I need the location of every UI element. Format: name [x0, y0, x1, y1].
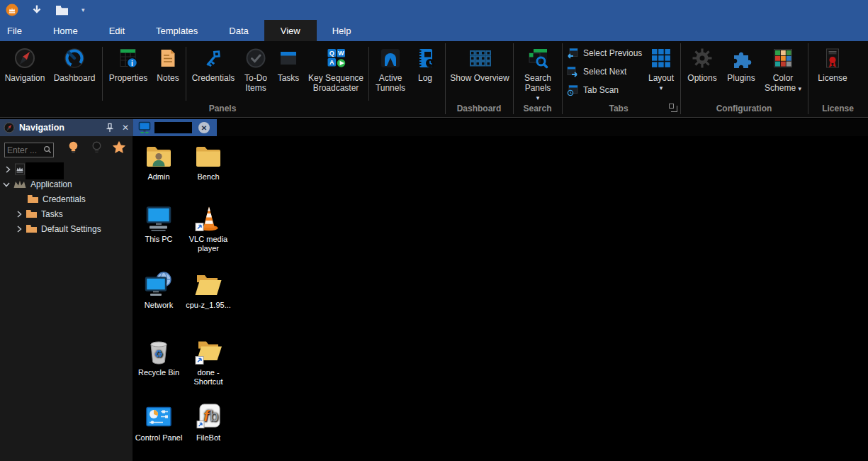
- layout-grid-icon: [650, 47, 672, 70]
- group-label-panels: Panels: [0, 104, 445, 115]
- desktop-icon-bench[interactable]: Bench: [183, 142, 234, 182]
- search-input[interactable]: [7, 143, 43, 157]
- desktop-icon-admin[interactable]: Admin: [133, 142, 184, 182]
- ribbon-separator: [368, 47, 369, 101]
- titlebar: ▾: [0, 0, 868, 20]
- navigation-tree: Application Credentials Tasks: [0, 162, 133, 236]
- desktop-icon-label: FileBot: [196, 433, 220, 443]
- chevron-right-icon[interactable]: [3, 165, 13, 174]
- button-label: Tasks: [278, 73, 300, 83]
- desktop-icon-control-panel[interactable]: Control Panel: [133, 403, 184, 443]
- search-panels-button[interactable]: Search Panels ▾: [515, 44, 560, 103]
- properties-panel-button[interactable]: i Properties: [106, 44, 150, 83]
- menu-edit[interactable]: Edit: [94, 20, 140, 41]
- tree-item-default-settings[interactable]: Default Settings: [0, 221, 133, 236]
- close-icon[interactable]: ✕: [118, 123, 133, 133]
- button-label: Credentials: [192, 73, 235, 83]
- tab-scan-button[interactable]: Tab Scan: [567, 84, 619, 96]
- tree-item-label: Application: [30, 179, 72, 189]
- menu-templates[interactable]: Templates: [140, 20, 213, 41]
- open-document-folder-icon[interactable]: [55, 5, 69, 16]
- favorites-star-icon[interactable]: [112, 140, 126, 154]
- dashboard-panel-button[interactable]: Dashboard: [50, 44, 99, 83]
- active-tunnels-panel-button[interactable]: Active Tunnels: [373, 44, 408, 93]
- menu-file[interactable]: File: [0, 20, 38, 41]
- download-arrow-icon[interactable]: [31, 4, 43, 16]
- redacted-document-name: [26, 162, 64, 179]
- button-label: Select Next: [583, 67, 626, 77]
- color-scheme-icon: [772, 47, 794, 70]
- tab-close-icon[interactable]: ✕: [198, 122, 210, 133]
- recycle-glyph: ♻: [154, 348, 164, 360]
- key-q-glyph: Q: [329, 50, 334, 57]
- ribbon-separator: [186, 47, 186, 101]
- bulb-off-icon[interactable]: [91, 140, 103, 155]
- navigation-panel-button[interactable]: Navigation: [1, 44, 48, 83]
- key-w-glyph: W: [338, 50, 344, 57]
- button-label: Properties: [109, 73, 148, 83]
- royal-document-icon: [14, 163, 26, 175]
- menu-home[interactable]: Home: [38, 20, 94, 41]
- options-button[interactable]: Options: [683, 44, 721, 83]
- select-previous-button[interactable]: Select Previous: [567, 47, 642, 60]
- select-next-button[interactable]: Select Next: [567, 65, 626, 78]
- bulb-on-icon[interactable]: [67, 140, 79, 155]
- dropdown-icon: ▾: [798, 85, 801, 92]
- crown-icon: [13, 179, 27, 189]
- show-overview-button[interactable]: Show Overview: [448, 44, 512, 83]
- desktop-icon-cpu-z[interactable]: cpu-z_1.95...: [183, 270, 234, 310]
- chevron-right-icon[interactable]: [14, 209, 24, 219]
- desktop-icon-done-shortcut[interactable]: done - Shortcut: [183, 338, 234, 387]
- desktop-icon-label: Recycle Bin: [138, 368, 179, 377]
- plugins-button[interactable]: Plugins: [723, 44, 760, 83]
- navigation-panel: Navigation ✕: [0, 119, 133, 461]
- pin-icon[interactable]: [102, 123, 118, 133]
- dropdown-icon: ▾: [536, 93, 540, 103]
- todo-check-icon: [244, 47, 267, 70]
- menu-help[interactable]: Help: [317, 20, 367, 41]
- connection-tab-active[interactable]: ✕: [133, 119, 217, 136]
- gauge-icon: [63, 47, 86, 70]
- button-label: Dashboard: [54, 73, 96, 83]
- tree-item-application[interactable]: Application: [0, 177, 133, 191]
- desktop-icon-filebot[interactable]: f b FileBot: [183, 403, 234, 443]
- key-a-glyph: A: [329, 59, 334, 66]
- group-label-configuration: Configuration: [680, 104, 808, 115]
- panel-title: Navigation: [19, 123, 64, 133]
- menu-data[interactable]: Data: [213, 20, 264, 41]
- app-logo-icon[interactable]: [6, 4, 18, 16]
- desktop-icon-label: cpu-z_1.95...: [186, 301, 231, 310]
- info-glyph: i: [131, 60, 133, 67]
- credentials-panel-button[interactable]: Credentials: [190, 44, 237, 83]
- desktop-icon-label: Bench: [197, 172, 219, 182]
- group-label-license: License: [808, 104, 868, 115]
- desktop-icon-recycle-bin[interactable]: ♻ Recycle Bin: [133, 338, 184, 377]
- desktop-icon-network[interactable]: Network: [133, 270, 184, 310]
- chevron-down-icon[interactable]: [1, 179, 11, 189]
- qat-dropdown-icon[interactable]: ▾: [81, 6, 85, 13]
- log-panel-button[interactable]: Log: [410, 44, 441, 83]
- tree-item-tasks[interactable]: Tasks: [0, 206, 133, 221]
- tasks-panel-button[interactable]: Tasks: [274, 44, 303, 83]
- desktop-icon-this-pc[interactable]: This PC: [133, 204, 184, 244]
- button-label: Active Tunnels: [373, 73, 408, 93]
- chevron-right-icon[interactable]: [14, 224, 24, 234]
- todo-items-panel-button[interactable]: To-Do Items: [239, 44, 272, 93]
- notes-panel-button[interactable]: Notes: [152, 44, 184, 83]
- search-input-box[interactable]: [4, 143, 54, 157]
- license-button[interactable]: License: [812, 44, 853, 83]
- keyboard-keys-icon: Q W A: [325, 47, 347, 70]
- tree-item-credentials[interactable]: Credentials: [0, 191, 133, 206]
- desktop-icon-vlc[interactable]: VLC media player: [183, 204, 234, 253]
- menu-view[interactable]: View: [264, 20, 317, 41]
- button-label: License: [818, 73, 847, 83]
- tunnel-icon: [379, 47, 402, 70]
- desktop-icon-label: done - Shortcut: [183, 368, 234, 387]
- remote-desktop-surface[interactable]: Admin Bench This PC: [133, 136, 868, 461]
- open-folder-icon: [193, 270, 223, 299]
- key-sequence-broadcaster-button[interactable]: Q W A Key Sequence Broadcaster: [305, 44, 367, 93]
- layout-button[interactable]: Layout ▾: [642, 44, 680, 93]
- tree-item-document[interactable]: [0, 162, 133, 177]
- color-scheme-button[interactable]: Color Scheme ▾: [760, 44, 806, 94]
- tabs-dialog-launcher-icon[interactable]: [671, 106, 677, 112]
